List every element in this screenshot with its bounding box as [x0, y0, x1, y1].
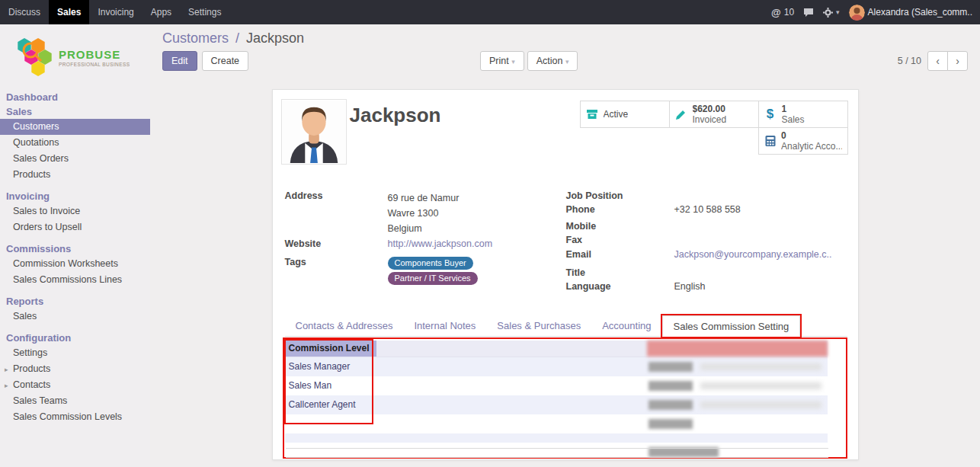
pager-value: 5 / 10 — [898, 56, 921, 66]
customer-photo[interactable] — [281, 99, 347, 165]
tab-sales-purchases[interactable]: Sales & Purchases — [486, 315, 591, 336]
tags-value: Components Buyer Partner / IT Services — [388, 257, 566, 287]
sidebar-heading-sales[interactable]: Sales — [0, 104, 150, 119]
activities-button[interactable]: @ 10 — [771, 7, 794, 18]
systray: @ 10 ▾ Alexandra (Sales_c — [771, 0, 980, 24]
language-value[interactable]: English — [674, 281, 847, 292]
breadcrumb-customers-link[interactable]: Customers — [162, 30, 229, 46]
tab-accounting[interactable]: Accounting — [591, 315, 661, 336]
sales-count-value: 1 — [782, 104, 805, 114]
table-row[interactable]: Sales Manager — [285, 357, 828, 376]
tag-partner-it-services[interactable]: Partner / IT Services — [388, 272, 478, 285]
address-line-1: 69 rue de Namur — [388, 190, 566, 206]
row-spacer — [376, 414, 647, 433]
active-toggle-button[interactable]: Active — [580, 101, 670, 128]
settings-menu-button[interactable]: ▾ — [823, 8, 840, 18]
sidebar-heading-dashboard[interactable]: Dashboard — [0, 90, 150, 104]
brand-name: PROBUSE — [59, 48, 130, 61]
row-spacer — [376, 433, 647, 443]
title-label: Title — [566, 267, 674, 278]
menu-sales[interactable]: Sales — [49, 0, 89, 24]
tab-internal-notes[interactable]: Internal Notes — [403, 315, 486, 336]
create-button[interactable]: Create — [202, 51, 249, 71]
invoiced-stat-button[interactable]: $620.00 Invoiced — [669, 101, 759, 128]
brand-tagline: PROFESSIONAL BUSINESS — [59, 62, 130, 67]
fax-label: Fax — [566, 235, 674, 245]
edit-button[interactable]: Edit — [162, 51, 197, 71]
caret-right-icon: ▸ — [5, 380, 8, 392]
table-header-row: Commission Level — [285, 341, 828, 357]
tab-contacts-addresses[interactable]: Contacts & Addresses — [285, 315, 404, 336]
phone-value[interactable]: +32 10 588 558 — [674, 204, 847, 215]
sidebar-item-sales-orders[interactable]: Sales Orders — [0, 151, 150, 167]
sidebar-item-orders-to-upsell[interactable]: Orders to Upsell — [0, 219, 150, 235]
user-menu[interactable]: Alexandra (Sales_comm.. — [849, 5, 972, 21]
sidebar-heading-commissions[interactable]: Commissions — [0, 241, 150, 256]
website-link[interactable]: http://www.jackpson.com — [388, 238, 566, 249]
menu-apps[interactable]: Apps — [143, 0, 180, 24]
empty-cell — [647, 433, 828, 443]
caret-down-icon: ▾ — [836, 8, 840, 16]
sidebar-item-quotations[interactable]: Quotations — [0, 135, 150, 151]
redacted-cell — [647, 395, 828, 414]
user-name: Alexandra (Sales_comm.. — [868, 7, 972, 18]
print-dropdown[interactable]: Print ▾ — [480, 51, 524, 71]
tags-label: Tags — [285, 257, 388, 267]
commission-level-cell[interactable]: Sales Man — [285, 376, 376, 395]
table-divider — [286, 448, 828, 449]
pager-previous-button[interactable]: ‹ — [927, 51, 948, 71]
commission-level-column-header[interactable]: Commission Level — [285, 341, 376, 357]
menu-discuss[interactable]: Discuss — [0, 0, 49, 24]
sidebar-item-label: Contacts — [13, 379, 50, 390]
sidebar-heading-reports[interactable]: Reports — [0, 294, 150, 309]
sidebar-heading-invoicing[interactable]: Invoicing — [0, 189, 150, 203]
invoiced-label: Invoiced — [693, 114, 727, 125]
redacted-cell — [647, 376, 828, 395]
sidebar-item-config-contacts[interactable]: ▸ Contacts — [0, 377, 150, 393]
menu-settings[interactable]: Settings — [180, 0, 229, 24]
sidebar-item-customers[interactable]: Customers — [0, 119, 150, 135]
main-content: Customers / Jackpson Edit Create Print ▾… — [150, 24, 980, 467]
sidebar-item-sales-to-invoice[interactable]: Sales to Invoice — [0, 203, 150, 219]
menu-invoicing[interactable]: Invoicing — [89, 0, 142, 24]
address-value[interactable]: 69 rue de Namur Wavre 1300 Belgium — [388, 190, 566, 236]
pager-next-button[interactable]: › — [947, 51, 968, 71]
breadcrumb: Customers / Jackpson — [162, 30, 968, 46]
control-panel: Edit Create Print ▾ Action ▾ 5 / 10 ‹ › — [162, 51, 968, 71]
redacted-cell — [647, 414, 828, 433]
sales-stat-button[interactable]: $ 1 Sales — [758, 101, 848, 128]
email-link[interactable]: Jackpson@yourcompany.example.c.. — [674, 249, 847, 260]
sidebar-item-sales-commission-levels[interactable]: Sales Commission Levels — [0, 409, 150, 425]
messages-button[interactable] — [803, 8, 814, 18]
tab-sales-commission-setting[interactable]: Sales Commission Setting — [662, 315, 801, 337]
table-row[interactable]: Callcenter Agent — [285, 395, 828, 414]
address-label: Address — [285, 190, 388, 201]
commission-level-cell[interactable]: Callcenter Agent — [285, 395, 376, 414]
sidebar-item-reports-sales[interactable]: Sales — [0, 309, 150, 325]
redacted-blur — [700, 382, 821, 389]
sidebar-item-sales-commissions-lines[interactable]: Sales Commissions Lines — [0, 272, 150, 288]
section-invoicing: Invoicing Sales to Invoice Orders to Ups… — [0, 189, 150, 235]
gear-icon — [823, 8, 833, 18]
sidebar-item-settings[interactable]: Settings — [0, 345, 150, 361]
section-dashboard: Dashboard — [0, 90, 150, 104]
sidebar-item-commission-worksheets[interactable]: Commission Worksheets — [0, 256, 150, 272]
sidebar-item-sales-teams[interactable]: Sales Teams — [0, 393, 150, 409]
analytic-accounts-stat-button[interactable]: 0 Analytic Acco... — [758, 127, 848, 155]
sidebar-heading-configuration[interactable]: Configuration — [0, 331, 150, 345]
active-label: Active — [604, 109, 629, 120]
commission-table-annotation-box: Commission Level Sales Manager Sales Man — [283, 337, 847, 459]
table-row[interactable]: Sales Man — [285, 376, 828, 395]
sidebar-item-config-products[interactable]: ▸ Products — [0, 361, 150, 377]
action-buttons: Print ▾ Action ▾ — [480, 51, 578, 71]
action-dropdown[interactable]: Action ▾ — [527, 51, 578, 71]
address-line-3: Belgium — [388, 221, 566, 236]
commission-level-cell[interactable]: Sales Manager — [285, 357, 376, 376]
language-label: Language — [566, 281, 674, 292]
sidebar-item-products[interactable]: Products — [0, 167, 150, 183]
customer-avatar-image — [283, 101, 345, 163]
redacted-blur — [649, 381, 693, 391]
table-row-empty[interactable] — [285, 414, 828, 433]
section-reports: Reports Sales — [0, 294, 150, 325]
tag-components-buyer[interactable]: Components Buyer — [388, 257, 473, 270]
